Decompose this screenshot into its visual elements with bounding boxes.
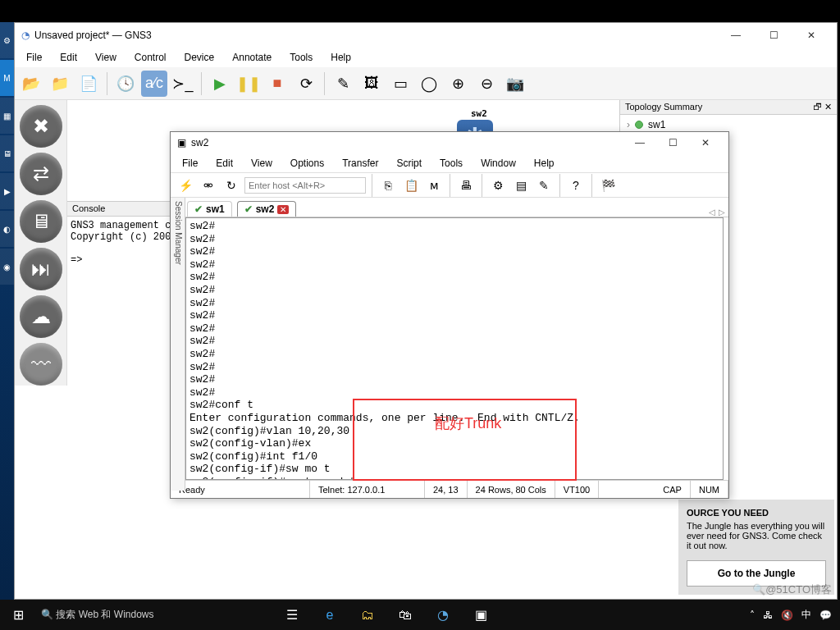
close-button[interactable]: ✕ bbox=[689, 130, 722, 155]
router-icon[interactable]: ✖ bbox=[20, 105, 62, 148]
store-icon[interactable]: 🛍 bbox=[387, 600, 423, 630]
camera-icon[interactable]: 📷 bbox=[502, 71, 528, 97]
tray-notifications-icon[interactable]: 💬 bbox=[819, 609, 832, 621]
status-cap: CAP bbox=[655, 481, 691, 498]
menu-help[interactable]: Help bbox=[322, 50, 359, 65]
cloud-icon[interactable]: ☁ bbox=[20, 295, 62, 338]
pause-icon[interactable]: ❚❚ bbox=[235, 71, 262, 97]
menu-transfer[interactable]: Transfer bbox=[334, 156, 386, 171]
sessions-icon[interactable]: ▤ bbox=[511, 176, 531, 195]
pc-icon[interactable]: 🖥 bbox=[20, 200, 62, 243]
help-icon[interactable]: ? bbox=[566, 176, 586, 195]
strip-icon[interactable]: ▶ bbox=[0, 173, 14, 209]
reconnect-icon[interactable]: ↻ bbox=[221, 176, 241, 195]
menu-device[interactable]: Device bbox=[176, 50, 223, 65]
edit-icon[interactable]: ✎ bbox=[330, 71, 356, 97]
play-icon[interactable]: ▶ bbox=[207, 71, 233, 97]
status-pos: 24, 13 bbox=[425, 481, 468, 498]
menu-edit[interactable]: Edit bbox=[208, 156, 241, 171]
tray-chevron-icon[interactable]: ˄ bbox=[750, 609, 755, 621]
menu-tools[interactable]: Tools bbox=[431, 156, 471, 171]
topology-summary-title: Topology Summary bbox=[625, 102, 702, 112]
circle-icon[interactable]: ◯ bbox=[416, 71, 442, 97]
system-tray: ˄ 🖧 🔇 中 💬 bbox=[750, 608, 840, 622]
zoom-in-icon[interactable]: ⊕ bbox=[445, 71, 471, 97]
menu-window[interactable]: Window bbox=[472, 156, 524, 171]
securecrt-task-icon[interactable]: ▣ bbox=[463, 600, 499, 630]
strip-icon[interactable]: 🖥 bbox=[0, 135, 14, 171]
paste-icon[interactable]: 📋 bbox=[401, 176, 421, 195]
menu-view[interactable]: View bbox=[87, 50, 125, 65]
find-icon[interactable]: ᴍ bbox=[424, 176, 444, 195]
tab-label: sw1 bbox=[206, 203, 225, 215]
tab-label: sw2 bbox=[256, 203, 275, 215]
device-toolbar: ✖ ⇄ 🖥 ⏭ ☁ 〰 bbox=[15, 100, 67, 386]
tray-ime-icon[interactable]: 中 bbox=[801, 608, 811, 622]
time-icon[interactable]: 🕓 bbox=[112, 71, 139, 97]
search-box[interactable]: 🔍 搜索 Web 和 Windows bbox=[36, 608, 274, 622]
strip-icon[interactable]: M bbox=[0, 60, 14, 96]
menu-file[interactable]: File bbox=[18, 50, 50, 65]
menu-file[interactable]: File bbox=[174, 156, 206, 171]
menu-annotate[interactable]: Annotate bbox=[224, 50, 280, 65]
annotation-text: 配好Trunk bbox=[435, 413, 501, 433]
strip-icon[interactable]: ◉ bbox=[0, 249, 14, 285]
gns3-menubar: File Edit View Control Device Annotate T… bbox=[15, 48, 837, 67]
close-tab-icon[interactable]: ✕ bbox=[277, 205, 289, 214]
text-label-icon[interactable]: a⁄c bbox=[141, 71, 167, 97]
maximize-button[interactable]: ☐ bbox=[755, 23, 792, 48]
panel-controls[interactable]: 🗗 ✕ bbox=[813, 102, 832, 112]
stop-icon[interactable]: ■ bbox=[264, 71, 290, 97]
device-icon[interactable]: ⏭ bbox=[20, 248, 62, 290]
gns3-titlebar: ◔Unsaved project* — GNS3 ― ☐ ✕ bbox=[15, 23, 837, 48]
zoom-out-icon[interactable]: ⊖ bbox=[473, 71, 500, 97]
close-button[interactable]: ✕ bbox=[792, 23, 830, 48]
reload-icon[interactable]: ⟳ bbox=[293, 71, 319, 97]
explorer-icon[interactable]: 🗂 bbox=[349, 600, 386, 630]
tab-sw1[interactable]: ✔sw1 bbox=[187, 201, 232, 217]
topology-item-label: sw1 bbox=[648, 119, 665, 130]
disconnect-icon[interactable]: ⚮ bbox=[199, 176, 218, 195]
menu-view[interactable]: View bbox=[243, 156, 281, 171]
strip-icon[interactable]: ⚙ bbox=[0, 22, 14, 58]
scroll-left-icon[interactable]: ◁ bbox=[709, 208, 715, 217]
tray-network-icon[interactable]: 🖧 bbox=[763, 609, 773, 621]
app-icon[interactable]: ◔ bbox=[425, 600, 461, 630]
strip-icon[interactable]: ▦ bbox=[0, 98, 14, 134]
menu-options[interactable]: Options bbox=[282, 156, 332, 171]
link-icon[interactable]: 〰 bbox=[20, 343, 62, 386]
status-num: NUM bbox=[691, 481, 728, 498]
edge-icon[interactable]: e bbox=[312, 600, 348, 630]
menu-tools[interactable]: Tools bbox=[281, 50, 321, 65]
menu-edit[interactable]: Edit bbox=[52, 50, 85, 65]
scroll-right-icon[interactable]: ▷ bbox=[719, 208, 725, 217]
open-icon[interactable]: 📂 bbox=[18, 71, 44, 97]
log-icon[interactable]: ✎ bbox=[534, 176, 554, 195]
tray-volume-icon[interactable]: 🔇 bbox=[781, 609, 793, 621]
host-input[interactable] bbox=[244, 177, 366, 194]
task-view-icon[interactable]: ☰ bbox=[274, 600, 310, 630]
open3-icon[interactable]: 📄 bbox=[75, 71, 102, 97]
menu-control[interactable]: Control bbox=[126, 50, 175, 65]
start-button[interactable]: ⊞ bbox=[0, 607, 36, 623]
session-manager[interactable]: Session Manager bbox=[171, 198, 185, 491]
console-icon[interactable]: ≻_ bbox=[170, 71, 196, 97]
copy-icon[interactable]: ⎘ bbox=[378, 176, 398, 195]
flag-icon[interactable]: 🏁 bbox=[598, 176, 618, 195]
settings-icon[interactable]: ⚙ bbox=[488, 176, 508, 195]
minimize-button[interactable]: ― bbox=[623, 130, 656, 155]
maximize-button[interactable]: ☐ bbox=[656, 130, 689, 155]
minimize-button[interactable]: ― bbox=[717, 23, 755, 48]
connect-icon[interactable]: ⚡ bbox=[176, 176, 195, 195]
image-icon[interactable]: 🖼 bbox=[358, 71, 385, 97]
menu-script[interactable]: Script bbox=[388, 156, 430, 171]
open2-icon[interactable]: 📁 bbox=[47, 71, 73, 97]
tab-sw2[interactable]: ✔sw2✕ bbox=[237, 201, 297, 217]
rect-icon[interactable]: ▭ bbox=[387, 71, 413, 97]
menu-help[interactable]: Help bbox=[526, 156, 563, 171]
topology-item[interactable]: ›sw1 bbox=[623, 118, 833, 131]
watermark: 🔍@51CTO博客 bbox=[752, 582, 832, 597]
strip-icon[interactable]: ◐ bbox=[0, 211, 14, 247]
switch-icon[interactable]: ⇄ bbox=[20, 153, 62, 195]
print-icon[interactable]: 🖶 bbox=[456, 176, 476, 195]
